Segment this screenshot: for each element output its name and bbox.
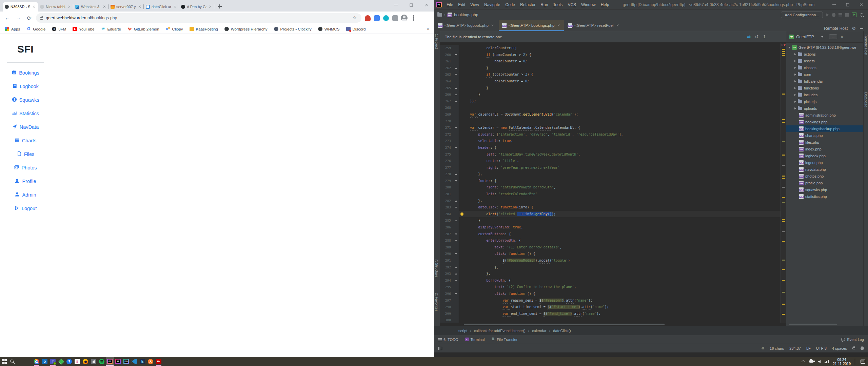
editor-tab[interactable]: <GeertFTP> resetFuel	[565, 20, 623, 31]
editor-tab[interactable]: <GeertFTP> bookings.php	[499, 20, 564, 31]
search-everywhere-icon[interactable]	[860, 13, 863, 17]
breadcrumb-item[interactable]: calendar	[532, 329, 546, 333]
code-line[interactable]: 277 right: 'prevYear,prev,next,nextYear'	[440, 164, 781, 171]
line-number[interactable]: 270	[440, 118, 454, 125]
tree-file[interactable]: logout.php	[786, 159, 863, 166]
stripe-mark[interactable]	[782, 155, 785, 156]
tree-folder[interactable]: includes	[786, 92, 863, 98]
browser-tab[interactable]: server007.yourhostin	[108, 2, 144, 12]
editor-tab-close-icon[interactable]	[615, 23, 619, 27]
line-number[interactable]: 281	[440, 191, 454, 198]
line-number[interactable]: 297	[440, 297, 454, 304]
line-number[interactable]: 288	[440, 237, 454, 244]
status-item[interactable]: 16 chars	[770, 346, 784, 350]
menu-refactor[interactable]: Refactor	[518, 2, 538, 7]
fold-marker-icon[interactable]	[454, 178, 459, 184]
tree-folder[interactable]: classes	[786, 64, 863, 71]
tab-close-icon[interactable]	[173, 5, 177, 9]
line-number[interactable]: 291	[440, 257, 454, 264]
line-number[interactable]: 265	[440, 85, 454, 92]
bookmark-item[interactable]: GGoogle	[26, 27, 45, 31]
fold-marker-icon[interactable]	[454, 98, 459, 105]
code-line[interactable]: 284 alert('clicked ' + info.getDay());	[440, 211, 781, 218]
line-number[interactable]: 292	[440, 264, 454, 271]
tree-folder[interactable]: core	[786, 71, 863, 78]
line-number[interactable]: 269	[440, 111, 454, 118]
forward-button[interactable]: →	[14, 15, 22, 21]
intellij-taskbar-icon[interactable]	[114, 357, 122, 366]
stripe-mark[interactable]	[782, 176, 785, 177]
tool-tab-favorites[interactable]: 2: Favorites	[435, 293, 439, 311]
line-number[interactable]: 286	[440, 224, 454, 231]
navbar-file[interactable]: bookings.php	[454, 13, 478, 17]
tab-close-icon[interactable]	[102, 5, 106, 9]
tool-button-todo[interactable]: 6: TODO	[438, 338, 458, 342]
ide-minimize-button[interactable]	[827, 0, 841, 9]
fold-marker-icon[interactable]	[454, 290, 459, 297]
xampp-taskbar-icon[interactable]: X	[146, 357, 155, 366]
toggle-tool-windows-icon[interactable]	[438, 347, 442, 350]
code-line[interactable]: 299 var end_time_semi = $('#end_time').a…	[440, 310, 781, 317]
tool-tab-structure[interactable]: 7: Structure	[435, 259, 439, 277]
menu-tools[interactable]: Tools	[551, 2, 565, 7]
code-line[interactable]: 268	[440, 104, 781, 111]
line-number[interactable]: 294	[440, 277, 454, 284]
network-icon[interactable]	[825, 360, 829, 363]
inspection-indicator[interactable]: 0	[782, 43, 786, 47]
tree-folder[interactable]: actions	[786, 51, 863, 58]
bookmark-item[interactable]: Projects • Clockify	[274, 27, 312, 31]
stripe-mark[interactable]	[782, 51, 785, 52]
bookmark-star-icon[interactable]: ☆	[353, 16, 357, 20]
line-number[interactable]: 271	[440, 124, 454, 131]
tree-root[interactable]: FTPGeertFTP (84.22.103.164/geert.we	[786, 44, 863, 51]
line-number[interactable]: 299	[440, 310, 454, 317]
line-number[interactable]: 275	[440, 151, 454, 158]
maximize-button[interactable]	[403, 0, 419, 10]
line-number[interactable]: 287	[440, 231, 454, 238]
status-item[interactable]: UTF-8	[816, 346, 827, 350]
add-configuration-button[interactable]: Add Configuration...	[781, 12, 823, 18]
fold-marker-icon[interactable]	[454, 250, 459, 257]
tree-file[interactable]: photos.php	[786, 173, 863, 180]
eclipse-taskbar-icon[interactable]: E	[138, 357, 146, 366]
code-line[interactable]: 289 text: '(1) Enter borrow details',	[440, 244, 781, 251]
stripe-mark[interactable]	[782, 202, 785, 203]
code-line[interactable]: 264 colorCounter = 0;	[440, 78, 781, 85]
bookmark-item[interactable]: YouTube	[73, 27, 94, 31]
tray-clock[interactable]: 09:24 21-11-2019	[833, 358, 851, 366]
collapsed-arrow-icon[interactable]	[794, 87, 796, 89]
code-line[interactable]: 296 click: function () {	[440, 290, 781, 297]
collapsed-arrow-icon[interactable]	[794, 94, 796, 96]
tree-folder[interactable]: assets	[786, 58, 863, 64]
maps-taskbar-icon[interactable]	[65, 357, 73, 366]
fold-marker-icon[interactable]	[454, 171, 459, 178]
stripe-mark[interactable]	[782, 221, 785, 222]
datagrip-taskbar-icon[interactable]	[122, 357, 130, 366]
lock-taskbar-icon[interactable]	[90, 357, 98, 366]
line-number[interactable]: 279	[440, 178, 454, 184]
tree-file[interactable]: bookingsbackup.php	[786, 125, 863, 132]
tab-close-icon[interactable]	[32, 5, 36, 9]
firefox-taskbar-icon[interactable]	[81, 357, 90, 366]
stripe-mark[interactable]	[782, 165, 785, 166]
fold-marker-icon[interactable]	[454, 217, 459, 224]
adblock-extension-icon[interactable]	[365, 15, 371, 21]
line-number[interactable]: 273	[440, 138, 454, 144]
intention-bulb-icon[interactable]	[460, 212, 463, 216]
code-line[interactable]: 298 var start_time_semi = $('#start_time…	[440, 304, 781, 310]
breadcrumb-item[interactable]: callback for addEventListener()	[474, 329, 526, 333]
onedrive-icon[interactable]	[809, 360, 814, 363]
code-line[interactable]: 272 plugins: ['interaction', 'dayGrid', …	[440, 131, 781, 138]
code-line[interactable]: 263 if (colorCounter > 2) {	[440, 71, 781, 78]
line-number[interactable]: 263	[440, 71, 454, 78]
stripe-mark[interactable]	[782, 260, 785, 261]
chrome-taskbar-icon[interactable]	[33, 357, 41, 366]
bookmark-item[interactable]: KaasHosting	[190, 27, 218, 31]
stripe-mark[interactable]	[782, 119, 785, 120]
file-sync-icon[interactable]: ⇵	[761, 346, 764, 350]
line-number[interactable]: 274	[440, 144, 454, 151]
tree-folder[interactable]: uploads	[786, 105, 863, 112]
error-stripe[interactable]: 0	[781, 43, 786, 323]
code-line[interactable]: 288 enterBorrowBtn: {	[440, 237, 781, 244]
collapsed-arrow-icon[interactable]	[794, 60, 796, 62]
